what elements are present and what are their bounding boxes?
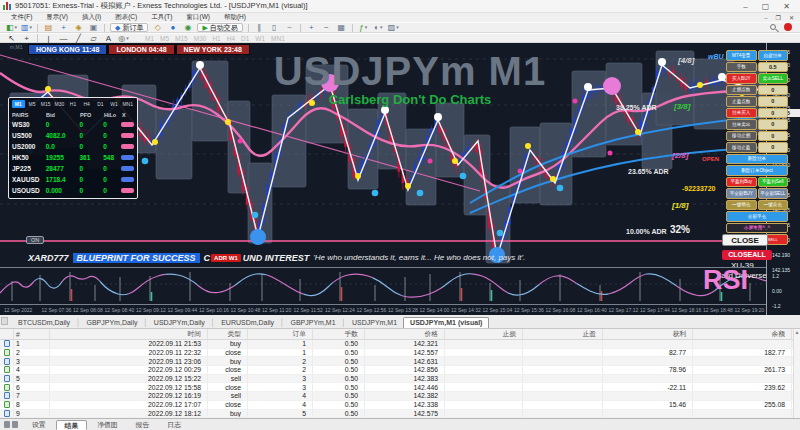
column-header[interactable]: 手数 [313,329,365,339]
table-row-1[interactable]: 12022.09.11 21:53buy10.50142.321 [0,340,800,349]
data-window-icon[interactable]: + [56,23,71,32]
close-button[interactable]: ✕ [783,2,790,11]
terminal-tab-2[interactable]: 净值图 [89,420,125,430]
chart-tab-0[interactable]: BTCUSDm,Daily [12,318,76,328]
trade-panel-button[interactable]: 买入BUY [726,73,757,84]
new-order-button[interactable]: ◆新订单 [110,23,148,32]
search-icon[interactable] [770,24,776,30]
bar-chart-icon[interactable]: ∥ [252,23,267,32]
navigator-icon[interactable]: ◈ [71,23,86,32]
indicators-icon[interactable]: ƒ▾ [356,23,371,32]
vline-icon[interactable]: | [41,34,56,43]
child-restore-button[interactable]: ❐ [776,14,781,21]
arrows-icon[interactable]: ◎▾ [116,34,131,43]
panel-timeframe-MN1[interactable]: MN1 [121,100,134,108]
trade-panel-button[interactable]: 挂单买入 [726,108,757,119]
column-header[interactable]: 订单 [248,329,313,339]
close-trade-button[interactable]: CLOSE [722,234,768,246]
metaeditor-icon[interactable]: ◇ [150,23,165,32]
trade-panel-button[interactable]: 小屏专用^_^ [726,223,788,234]
menu-item-3[interactable]: 图表(C) [108,13,144,22]
chart-tab-1[interactable]: GBPJPYm,Daily [81,318,144,328]
panel-timeframe-H4[interactable]: H4 [80,100,93,108]
trade-panel-button[interactable]: 平全部BUY [726,188,757,199]
trade-panel-button[interactable]: 全部平仓 [726,211,788,222]
trade-panel-button[interactable]: 删除挂单 [726,154,788,165]
crosshair-icon[interactable]: + [19,34,34,43]
trade-panel-button[interactable]: 一键锁仓 [726,200,757,211]
trade-panel-button[interactable]: 平全部SELL [758,188,789,199]
trade-panel-button[interactable]: 平盈利Buy [726,177,757,188]
pairs-row-usousd[interactable]: USOUSD0.00000 [12,185,134,196]
column-header[interactable]: 止盈 [523,329,603,339]
trade-panel-input[interactable]: 0 [758,85,789,96]
table-row-6[interactable]: 62022.09.12 15:58close30.50142.446-22.11… [0,383,800,392]
chart-tab-6[interactable]: USDJPYm,M1 (visual) [403,317,489,328]
trade-panel-button[interactable]: 卖出SELL [758,73,789,84]
market-watch-icon[interactable]: ▤ [41,23,56,32]
chart-tab-5[interactable]: USDJPYm,M1 [346,318,403,328]
terminal-icon[interactable]: ▣ [86,23,101,32]
trade-panel-input[interactable]: 0 [758,142,789,153]
templates-icon[interactable]: ▨▾ [386,23,401,32]
trade-panel-button[interactable]: 一键反仓 [758,200,789,211]
trade-panel-button[interactable]: 自建挂单 [758,50,789,61]
pairs-row-us500[interactable]: US5004082.000 [12,130,134,141]
trade-panel-input[interactable]: 0.5 [758,62,789,73]
community-icon[interactable]: ◉ [180,23,195,32]
candle-chart-icon[interactable]: ▯ [267,23,282,32]
rsi-indicator-pane[interactable] [0,267,766,303]
panel-timeframe-M30[interactable]: M30 [53,100,66,108]
trade-panel-input[interactable]: 0 [758,119,789,130]
trade-panel-input[interactable]: 0 [758,108,789,119]
terminal-tab-3[interactable]: 报告 [128,420,158,430]
terminal-tab-4[interactable]: 日志 [159,420,189,430]
terminal-tab-0[interactable]: 设置 [24,420,54,430]
menu-item-2[interactable]: 插入(I) [75,13,108,22]
menu-item-1[interactable]: 显示(V) [39,13,75,22]
column-header[interactable]: # [14,329,50,339]
table-row-5[interactable]: 52022.09.12 15:22sell30.50142.383 [0,375,800,384]
trendline-icon[interactable]: ╱ [71,34,86,43]
menu-item-4[interactable]: 工具(T) [144,13,179,22]
trade-panel-button[interactable]: 删除订单Object [726,165,788,176]
panel-timeframe-H1[interactable]: H1 [67,100,80,108]
periods-icon[interactable]: ◐▾ [371,23,386,32]
pairs-row-xauusd[interactable]: XAUUSD1718.400 [12,174,134,185]
table-row-9[interactable]: 92022.09.12 18:12buy50.50142.575 [0,410,800,419]
chart-tab-3[interactable]: EURUSDm,Daily [215,318,280,328]
chat-icon[interactable]: ● [165,23,180,32]
panel-timeframe-M15[interactable]: M15 [39,100,52,108]
notification-icon[interactable] [784,23,792,31]
column-header[interactable]: 时间 [50,329,208,339]
zoom-out-icon[interactable]: − [319,23,334,32]
table-scrollbar[interactable]: ▲ [793,329,800,418]
table-row-8[interactable]: 82022.09.12 17:07close40.50142.33815.462… [0,401,800,410]
line-chart-icon[interactable]: ~ [282,23,297,32]
child-minimize-button[interactable]: – [764,15,767,21]
chart-tab-4[interactable]: GBPJPYm,M1 [284,318,341,328]
minimize-button[interactable]: – [743,2,747,11]
pairs-row-jp225[interactable]: JP2252847700 [12,163,134,174]
terminal-tab-1[interactable]: 结果 [56,420,88,430]
pairs-row-us2000[interactable]: US20000.000 [12,141,134,152]
tile-windows-icon[interactable]: ▦ [334,23,349,32]
on-toggle-button[interactable]: ON [26,236,44,244]
text-icon[interactable]: A [101,34,116,43]
column-header[interactable]: 获利 [603,329,693,339]
panel-timeframe-M1[interactable]: M1 [12,100,25,108]
column-header[interactable]: 类型 [208,329,248,339]
pairs-row-hk50[interactable]: HK5019255361548 [12,152,134,163]
table-row-7[interactable]: 72022.09.12 16:19sell40.50142.382 [0,392,800,401]
profiles-icon[interactable]: ▥▾ [19,23,34,32]
menu-item-0[interactable]: 文件(F) [4,13,39,22]
zoom-in-icon[interactable]: + [304,23,319,32]
cursor-icon[interactable]: ↖ [4,34,19,43]
column-header[interactable]: 止损 [445,329,523,339]
panel-timeframe-W1[interactable]: W1 [108,100,121,108]
hline-icon[interactable]: — [56,34,71,43]
panel-timeframe-M5[interactable]: M5 [26,100,39,108]
trade-panel-button[interactable]: MT4变量 [726,50,757,61]
new-chart-icon[interactable]: ◧▾ [4,23,19,32]
close-all-button[interactable]: CLOSEALL [722,250,772,260]
